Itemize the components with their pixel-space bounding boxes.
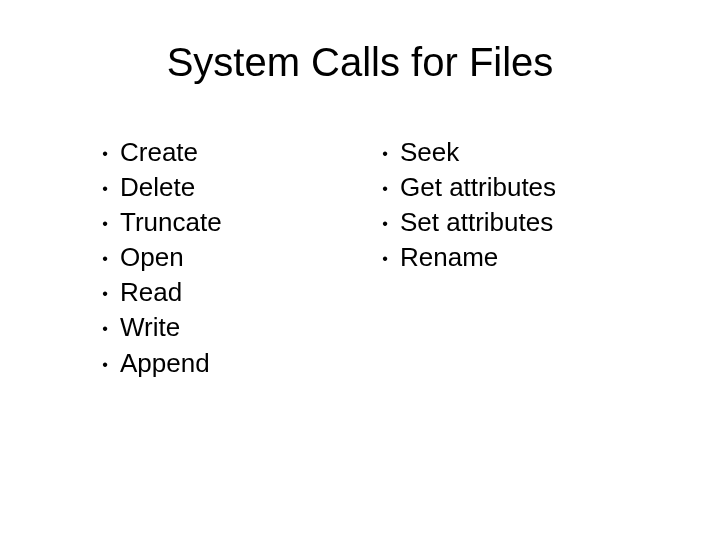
list-item: •Seek: [370, 135, 630, 170]
list-item-label: Truncate: [120, 205, 222, 240]
bullet-icon: •: [90, 248, 120, 270]
right-list: •Seek •Get attributes •Set attributes •R…: [370, 135, 630, 275]
bullet-icon: •: [370, 178, 400, 200]
list-item-label: Get attributes: [400, 170, 556, 205]
list-item-label: Open: [120, 240, 184, 275]
bullet-icon: •: [90, 283, 120, 305]
bullet-icon: •: [90, 318, 120, 340]
list-item-label: Append: [120, 346, 210, 381]
list-item: •Write: [90, 310, 350, 345]
left-column: •Create •Delete •Truncate •Open •Read •W…: [90, 135, 350, 381]
slide-title: System Calls for Files: [40, 40, 680, 85]
bullet-icon: •: [90, 354, 120, 376]
bullet-icon: •: [90, 143, 120, 165]
list-item-label: Set attributes: [400, 205, 553, 240]
list-item-label: Rename: [400, 240, 498, 275]
list-item-label: Seek: [400, 135, 459, 170]
list-item-label: Write: [120, 310, 180, 345]
list-item: •Create: [90, 135, 350, 170]
list-item: •Rename: [370, 240, 630, 275]
bullet-icon: •: [370, 213, 400, 235]
bullet-icon: •: [370, 248, 400, 270]
list-item: •Get attributes: [370, 170, 630, 205]
left-list: •Create •Delete •Truncate •Open •Read •W…: [90, 135, 350, 381]
list-item-label: Delete: [120, 170, 195, 205]
bullet-icon: •: [90, 178, 120, 200]
list-item: •Delete: [90, 170, 350, 205]
bullet-icon: •: [90, 213, 120, 235]
list-item: •Open: [90, 240, 350, 275]
right-column: •Seek •Get attributes •Set attributes •R…: [370, 135, 630, 381]
list-item: •Truncate: [90, 205, 350, 240]
list-item-label: Create: [120, 135, 198, 170]
list-item: •Append: [90, 346, 350, 381]
list-item: •Set attributes: [370, 205, 630, 240]
list-item-label: Read: [120, 275, 182, 310]
content-columns: •Create •Delete •Truncate •Open •Read •W…: [40, 135, 680, 381]
list-item: •Read: [90, 275, 350, 310]
bullet-icon: •: [370, 143, 400, 165]
